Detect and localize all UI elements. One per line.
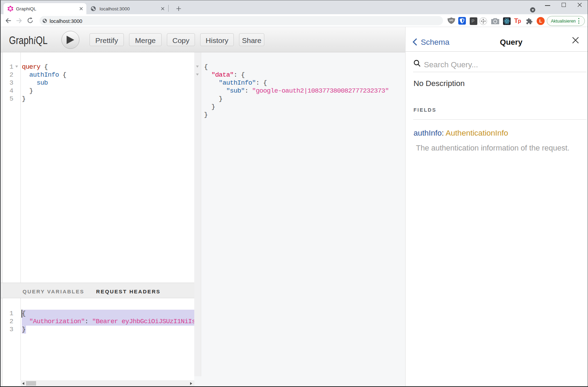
svg-text:UO: UO: [450, 19, 453, 22]
